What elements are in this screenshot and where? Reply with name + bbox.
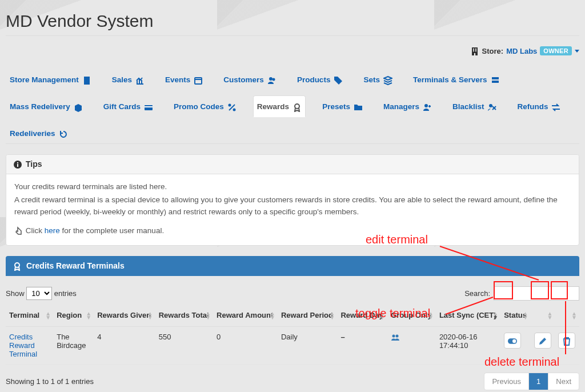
col-edit: ▲▼ (531, 306, 555, 327)
tab-presets[interactable]: Presets (318, 95, 367, 117)
tab-promo-codes[interactable]: Promo Codes (170, 95, 241, 117)
col-sync[interactable]: Last Sync (CET)▲▼ (436, 306, 500, 327)
table-info: Showing 1 to 1 of 1 entries (6, 377, 94, 386)
svg-rect-1 (473, 49, 474, 50)
col-period[interactable]: Reward Period▲▼ (278, 306, 338, 327)
table-row: Credits Reward Terminal The Birdcage 4 5… (6, 326, 579, 364)
info-icon (13, 159, 22, 169)
tips-heading: Tips (26, 159, 42, 169)
prev-page-button[interactable]: Previous (484, 373, 529, 390)
col-group[interactable]: Group Only▲▼ (387, 306, 436, 327)
toggle-on-icon (508, 335, 517, 345)
page-title: MD Vendor System (6, 11, 579, 31)
search-label: Search: (464, 289, 490, 298)
svg-rect-13 (145, 106, 153, 107)
cell-given: 4 (94, 326, 155, 364)
pagination: Previous 1 Next (484, 373, 579, 390)
page-1-button[interactable]: 1 (529, 373, 548, 390)
svg-rect-2 (475, 49, 476, 50)
tips-line-1: Your credits reward terminals are listed… (14, 181, 571, 193)
tab-sets[interactable]: Sets (359, 69, 396, 90)
tab-terminals-servers[interactable]: Terminals & Servers (409, 69, 504, 90)
svg-point-26 (512, 339, 516, 342)
svg-rect-4 (475, 50, 476, 51)
svg-rect-5 (474, 53, 475, 55)
sort-icon: ▲▼ (492, 311, 498, 319)
tab-store-management[interactable]: Store Management (6, 69, 95, 90)
tab-refunds[interactable]: Refunds (513, 95, 564, 117)
col-total[interactable]: Rewards Total▲▼ (155, 306, 213, 327)
svg-rect-20 (17, 164, 18, 167)
col-region[interactable]: Region▲▼ (53, 306, 94, 327)
tab-gift-cards[interactable]: Gift Cards (99, 95, 157, 117)
layers-icon (383, 75, 392, 85)
pencil-icon (538, 335, 547, 345)
cell-sync: 2020-06-16 17:44:10 (436, 326, 500, 364)
history-icon (59, 129, 68, 139)
tab-mass-redelivery[interactable]: Mass Redelivery (6, 95, 87, 117)
col-day[interactable]: Reward Day▲▼ (337, 306, 387, 327)
tab-events[interactable]: Events (161, 69, 207, 90)
col-delete: ▲▼ (555, 306, 579, 327)
next-page-button[interactable]: Next (548, 373, 579, 390)
tab-blacklist[interactable]: Blacklist (448, 95, 501, 117)
panel-heading: Credits Reward Terminals (6, 256, 579, 276)
length-control: Show 10 entries (6, 287, 77, 300)
svg-point-9 (272, 78, 275, 81)
store-label: Store: (482, 47, 504, 55)
calendar-icon (194, 75, 203, 85)
svg-point-17 (424, 104, 428, 107)
trash-icon (562, 335, 571, 345)
svg-rect-7 (195, 78, 202, 84)
tab-customers[interactable]: Customers (219, 69, 281, 90)
svg-point-14 (228, 103, 231, 106)
col-given[interactable]: Rewards Given▲▼ (94, 306, 155, 327)
cell-group (387, 326, 436, 364)
col-status[interactable]: Status▲▼ (500, 306, 530, 327)
sort-icon: ▲▼ (428, 311, 434, 319)
col-amount[interactable]: Reward Amount▲▼ (213, 306, 278, 327)
sort-icon: ▲▼ (330, 311, 335, 319)
toggle-terminal-button[interactable] (504, 333, 521, 349)
svg-point-8 (269, 77, 273, 81)
svg-point-18 (489, 104, 492, 107)
card-icon (144, 102, 153, 112)
chart-icon (135, 75, 145, 85)
tab-managers[interactable]: Managers (379, 95, 436, 117)
main-nav: Store Management Sales Events Customers … (6, 69, 579, 144)
store-selector[interactable]: Store: MD Labs OWNER (6, 46, 579, 56)
search-input[interactable] (494, 286, 579, 301)
tab-rewards[interactable]: Rewards (253, 95, 306, 117)
entries-per-page-select[interactable]: 10 (26, 287, 52, 300)
store-name-link[interactable]: MD Labs (506, 47, 537, 55)
award-icon (13, 261, 22, 271)
manual-suffix: for the complete user manual. (60, 226, 164, 235)
terminal-link[interactable]: Credits Reward Terminal (9, 333, 49, 358)
terminals-table: Terminal▲▼ Region▲▼ Rewards Given▲▼ Rewa… (6, 306, 579, 365)
cell-total: 550 (155, 326, 213, 364)
edit-terminal-button[interactable] (534, 333, 551, 349)
building-icon (82, 75, 91, 85)
delete-terminal-button[interactable] (558, 333, 575, 349)
building-icon (470, 46, 479, 56)
exchange-icon (551, 102, 560, 112)
percent-icon (227, 102, 237, 112)
caret-down-icon (575, 50, 579, 53)
tab-redeliveries[interactable]: Redeliveries (6, 122, 72, 143)
sort-icon: ▲▼ (547, 311, 552, 319)
tab-products[interactable]: Products (293, 69, 347, 90)
tab-sales[interactable]: Sales (108, 69, 149, 90)
sort-icon: ▲▼ (45, 311, 51, 319)
cell-region: The Birdcage (53, 326, 94, 364)
user-plus-icon (423, 102, 432, 112)
tips-line-2: A credit reward terminal is a special de… (14, 194, 571, 218)
sort-icon: ▲▼ (523, 311, 528, 319)
sort-icon: ▲▼ (270, 311, 275, 319)
ban-icon (487, 102, 496, 112)
manual-link[interactable]: here (45, 226, 60, 235)
svg-point-23 (392, 334, 395, 337)
col-terminal[interactable]: Terminal▲▼ (6, 306, 53, 327)
pointer-icon (14, 226, 23, 235)
title-divider (6, 35, 579, 36)
users-icon (267, 75, 277, 85)
